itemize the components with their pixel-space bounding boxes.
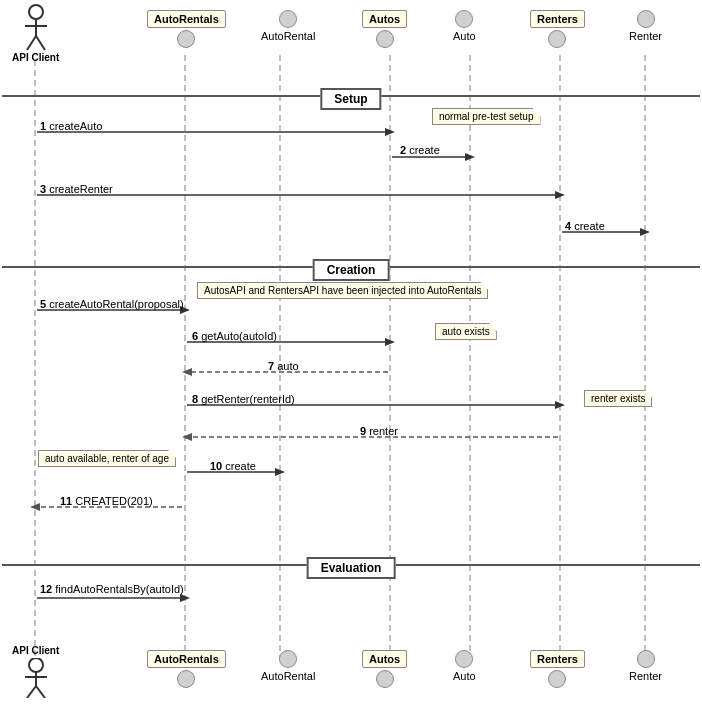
lifeline-autorentals-bottom: AutoRentals [147,650,226,688]
note-available: auto available, renter of age [38,450,176,467]
lifeline-autorentals-header: AutoRentals [147,10,226,48]
msg12-label: 12 findAutoRentalsBy(autoId) [40,583,184,595]
actor-body-svg [21,20,51,52]
svg-point-38 [29,658,43,672]
lifeline-auto-bottom: Auto [453,650,476,682]
msg2-label: 2 create [400,144,440,156]
lifeline-autorental-bottom: AutoRental [261,650,315,682]
autorentals-circle [177,30,195,48]
svg-marker-17 [640,228,650,236]
svg-line-37 [36,36,45,50]
section-setup: Setup [320,88,381,110]
lifeline-autos-header: Autos [362,10,407,48]
sequence-diagram: API Client AutoRentals AutoRental Autos … [0,0,702,708]
lifeline-autorental-header: AutoRental [261,10,315,42]
msg5-label: 5 createAutoRental(proposal) [40,298,184,310]
auto-bottom-label: Auto [453,670,476,682]
autorental-label: AutoRental [261,30,315,42]
svg-marker-23 [182,368,192,376]
msg6-label: 6 getAuto(autoId) [192,330,277,342]
autorentals-bottom-circle [177,670,195,688]
msg3-label: 3 createRenter [40,183,113,195]
msg11-label: 11 CREATED(201) [60,495,153,507]
msg8-label: 8 getRenter(renterId) [192,393,295,405]
autorental-bottom-circle [279,650,297,668]
section-creation: Creation [313,259,390,281]
api-client-bottom-label: API Client [12,645,59,656]
autorentals-bottom-box: AutoRentals [147,650,226,668]
svg-marker-27 [182,433,192,441]
autorentals-box: AutoRentals [147,10,226,28]
renter-circle [637,10,655,28]
autorental-bottom-label: AutoRental [261,670,315,682]
auto-circle [455,10,473,28]
autos-bottom-circle [376,670,394,688]
svg-line-41 [27,686,36,698]
msg9-label: 9 renter [360,425,398,437]
auto-label: Auto [453,30,476,42]
lifeline-auto-header: Auto [453,10,476,42]
lifeline-renter-header: Renter [629,10,662,42]
lifeline-renter-bottom: Renter [629,650,662,682]
msg10-label: 10 create [210,460,256,472]
lifeline-api-client-bottom: API Client [12,645,59,698]
note-injection: AutosAPI and RentersAPI have been inject… [197,282,488,299]
renters-bottom-box: Renters [530,650,585,668]
renter-label: Renter [629,30,662,42]
note-pretest: normal pre-test setup [432,108,541,125]
svg-marker-33 [180,594,190,602]
autorental-circle [279,10,297,28]
lifeline-renters-bottom: Renters [530,650,585,688]
note-renter-exists: renter exists [584,390,652,407]
note-auto-exists: auto exists [435,323,497,340]
svg-marker-31 [30,503,40,511]
section-evaluation: Evaluation [307,557,396,579]
renters-circle [548,30,566,48]
svg-line-42 [36,686,45,698]
lifeline-api-client: API Client [12,4,59,63]
svg-marker-15 [555,191,565,199]
svg-marker-11 [385,128,395,136]
svg-marker-25 [555,401,565,409]
renters-bottom-circle [548,670,566,688]
autos-circle [376,30,394,48]
lifeline-renters-header: Renters [530,10,585,48]
api-client-label: API Client [12,52,59,63]
svg-marker-21 [385,338,395,346]
lifeline-autos-bottom: Autos [362,650,407,688]
svg-marker-13 [465,153,475,161]
renter-bottom-label: Renter [629,670,662,682]
autos-bottom-box: Autos [362,650,407,668]
actor-body-bottom [21,658,51,698]
msg4-label: 4 create [565,220,605,232]
renters-box: Renters [530,10,585,28]
msg1-label: 1 createAuto [40,120,102,132]
svg-line-36 [27,36,36,50]
msg7-label: 7 auto [268,360,299,372]
autos-box: Autos [362,10,407,28]
svg-marker-29 [275,468,285,476]
renter-bottom-circle [637,650,655,668]
actor-head [28,4,44,20]
auto-bottom-circle [455,650,473,668]
